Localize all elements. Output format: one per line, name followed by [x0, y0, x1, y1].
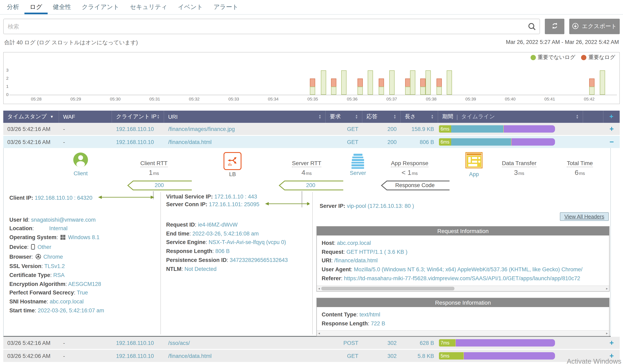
cell-uri[interactable]: /finance/images/finance.jpg	[164, 123, 326, 135]
detail-field-value[interactable]: TLSv1.2	[44, 263, 65, 269]
column-header-9[interactable]: +	[603, 111, 620, 123]
scroll-left-icon[interactable]: ◄	[318, 331, 320, 336]
nav-tab-クライアント[interactable]: クライアント	[76, 0, 124, 14]
detail-field-value[interactable]: https://td-masaharu-miki-77-f5628.vidmpr…	[344, 275, 580, 282]
chart-bar[interactable]	[410, 70, 415, 95]
vs-ip-value[interactable]: 172.16.1.10 : 443	[214, 194, 257, 200]
client-node[interactable]: Client	[73, 152, 88, 177]
scroll-left-icon[interactable]: ◄	[318, 286, 320, 291]
detail-field-value[interactable]: Mozilla/5.0 (Windows NT 6.3; Win64; x64)…	[354, 266, 582, 272]
sort-desc-icon[interactable]: ▼	[50, 115, 54, 119]
log-row[interactable]: 03/26 5:42:16 AM-192.168.110.10/sso/acs/…	[3, 337, 620, 349]
detail-field-value[interactable]: 3472328296565132643	[230, 257, 288, 263]
detail-field-value[interactable]: Internal	[49, 225, 67, 232]
cell-client-ip[interactable]: 192.168.110.10	[112, 350, 164, 362]
detail-field-value[interactable]: True	[77, 290, 88, 296]
chart-bar[interactable]	[321, 70, 326, 95]
chart-bar[interactable]	[425, 70, 431, 95]
client-ip-value[interactable]: 192.168.110.10 : 64320	[35, 195, 92, 201]
log-row[interactable]: 03/26 5:42:06 AM-192.168.110.10/finance/…	[3, 350, 620, 362]
detail-field-value[interactable]: Windows 8.1	[68, 234, 100, 240]
detail-field-value[interactable]: Not Detected	[184, 266, 217, 272]
chart-bar[interactable]	[379, 79, 384, 95]
conn-ip-value[interactable]: 172.16.1.101: 25095	[209, 201, 259, 207]
cell-response-code[interactable]: 302	[362, 350, 401, 362]
cell-length[interactable]: 806 B	[401, 136, 438, 148]
column-header-4[interactable]: 要求▲▼	[326, 111, 362, 123]
detail-field-value[interactable]: text/html	[359, 312, 380, 318]
request-info-hscrollbar[interactable]: ◄ ►	[317, 285, 609, 291]
nav-tab-健全性[interactable]: 健全性	[47, 0, 76, 14]
date-range[interactable]: Mar 26, 2022 5:27 AM - Mar 26, 2022 5:42…	[506, 39, 619, 46]
row-expand-toggle[interactable]: +	[603, 337, 620, 349]
chart-bar[interactable]	[389, 70, 395, 95]
sort-icon[interactable]: ▲▼	[355, 114, 358, 119]
cell-length[interactable]: 5.8 KB	[401, 350, 438, 362]
sort-icon[interactable]: ▲▼	[431, 114, 434, 119]
cell-method[interactable]: GET	[326, 136, 362, 148]
detail-field-value[interactable]: Chrome	[43, 254, 63, 260]
cell-response-code[interactable]: 302	[362, 337, 401, 349]
cell-client-ip[interactable]: 192.168.110.10	[112, 136, 164, 148]
detail-field-value[interactable]: AESGCM128	[68, 281, 101, 287]
row-expand-toggle[interactable]: +	[603, 123, 620, 135]
chart-bar[interactable]	[589, 79, 595, 95]
detail-field-value[interactable]: 722 B	[371, 320, 385, 326]
column-header-3[interactable]: URI▲▼	[164, 111, 326, 123]
search-input[interactable]	[3, 19, 540, 34]
nav-tab-アラート[interactable]: アラート	[208, 0, 244, 14]
column-header-5[interactable]: 応答▲▼	[362, 111, 401, 123]
nav-tab-イベント[interactable]: イベント	[173, 0, 208, 14]
detail-field-value[interactable]: abc.corp.local	[50, 299, 84, 305]
sort-icon[interactable]: ▲▼	[393, 114, 396, 119]
detail-field-value[interactable]: /finance/data.html	[334, 258, 378, 264]
sort-icon[interactable]: ▲▼	[157, 114, 160, 119]
metric-label[interactable]: Client RTT	[140, 160, 167, 167]
detail-field-value[interactable]: GET HTTP/1.1 ( 3.6 KB )	[347, 249, 408, 255]
scroll-right-icon[interactable]: ►	[605, 331, 608, 336]
cell-method[interactable]: GET	[326, 350, 362, 362]
expand-all-button[interactable]: +	[609, 113, 613, 121]
detail-field-value[interactable]: 806 B	[215, 248, 230, 254]
response-info-hscrollbar[interactable]: ◄ ►	[317, 330, 609, 336]
chart-bar[interactable]	[420, 79, 425, 95]
export-button[interactable]: エクスポート	[569, 19, 620, 34]
scrollbar-thumb[interactable]	[321, 286, 454, 290]
detail-field-value[interactable]: RSA	[53, 272, 65, 278]
detail-field-value[interactable]: Other	[38, 244, 51, 250]
nav-tab-セキュリティ[interactable]: セキュリティ	[125, 0, 173, 14]
scroll-right-icon[interactable]: ►	[605, 286, 608, 291]
cell-uri[interactable]: /finance/data.html	[164, 136, 326, 148]
detail-field-value[interactable]: abc.corp.local	[337, 240, 371, 246]
log-row[interactable]: 03/26 5:42:16 AM-192.168.110.10/finance/…	[3, 136, 620, 148]
cell-length[interactable]: 158.9 KB	[401, 123, 438, 135]
cell-method[interactable]: GET	[326, 123, 362, 135]
view-all-headers-button[interactable]: View All Headers	[560, 212, 609, 221]
cell-response-code[interactable]: 200	[362, 136, 401, 148]
cell-length[interactable]: 628 B	[401, 337, 438, 349]
chart-bar[interactable]	[341, 70, 347, 95]
nav-tab-分析[interactable]: 分析	[2, 0, 24, 14]
cell-response-code[interactable]: 200	[362, 123, 401, 135]
log-row[interactable]: 03/26 5:42:16 AM-192.168.110.10/finance/…	[3, 123, 620, 135]
chart-bar[interactable]	[447, 70, 452, 95]
cell-method[interactable]: POST	[326, 337, 362, 349]
chart-bar[interactable]	[357, 79, 363, 95]
chart-bar[interactable]	[405, 79, 410, 95]
row-expand-toggle[interactable]: −	[603, 136, 620, 148]
column-header-2[interactable]: クライアント IP▲▼	[112, 111, 164, 123]
detail-field-value[interactable]: NSX-T-Avi-Avi-se-lfqyq (vcpu 0)	[209, 239, 286, 245]
chart-plot-area[interactable]	[9, 61, 617, 95]
detail-field-value[interactable]: 2022-03-26, 5:42:16:08 am	[192, 230, 259, 237]
column-header-1[interactable]: WAF	[59, 111, 112, 123]
server-ip-value[interactable]: vip-pool (172.16.10.13: 80 )	[347, 203, 414, 209]
search-icon[interactable]	[528, 22, 536, 31]
detail-field-value[interactable]: ie4-I6MZ-dWvW	[198, 222, 238, 228]
chart-bar[interactable]	[600, 70, 605, 95]
cell-client-ip[interactable]: 192.168.110.10	[112, 337, 164, 349]
chart-bar[interactable]	[331, 79, 336, 95]
cell-uri[interactable]: /sso/acs/	[164, 337, 326, 349]
sort-icon[interactable]: ▲▼	[576, 114, 578, 119]
column-header-6[interactable]: 長さ▲▼	[401, 111, 438, 123]
chart-bar[interactable]	[368, 70, 373, 95]
